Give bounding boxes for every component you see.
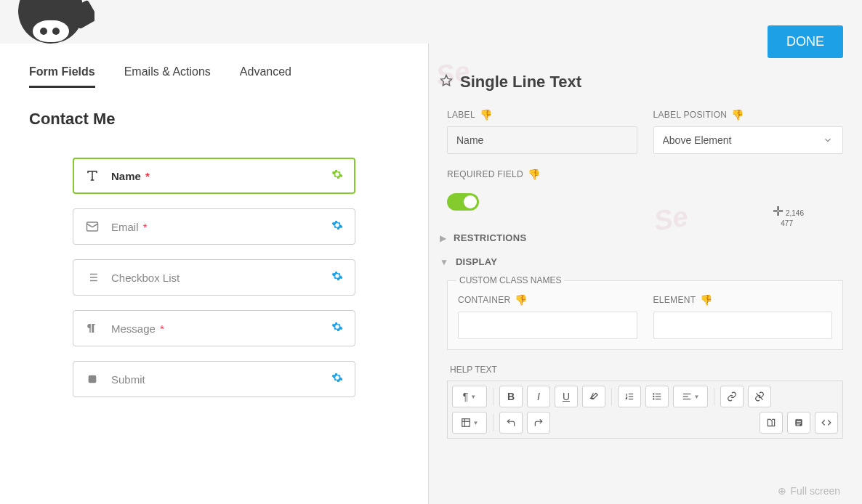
chevron-down-icon: ▼ bbox=[440, 257, 448, 267]
crosshair-icon: ✛ bbox=[773, 204, 784, 219]
field-settings-panel: DONE Single Line Text LABEL 👎 LABEL POSI… bbox=[440, 25, 843, 439]
svg-point-19 bbox=[653, 399, 654, 399]
field-label: Name * bbox=[111, 170, 331, 182]
code-view-button[interactable] bbox=[815, 412, 838, 434]
label-position-caption: LABEL POSITION 👎 bbox=[653, 109, 844, 121]
fields-list: Name *Email *Checkbox ListMessage *Submi… bbox=[29, 158, 399, 397]
svg-point-17 bbox=[653, 394, 654, 394]
app-logo bbox=[0, 0, 94, 45]
select-all-button[interactable] bbox=[787, 412, 810, 434]
required-star: * bbox=[143, 221, 148, 233]
rich-text-toolbar: ¶▼ B I U ▼ bbox=[447, 381, 843, 439]
element-class-caption: ELEMENT 👎 bbox=[653, 294, 833, 306]
restrictions-section-toggle[interactable]: ▶ RESTRICTIONS bbox=[440, 232, 843, 243]
unlink-button[interactable] bbox=[748, 386, 771, 407]
svg-rect-28 bbox=[797, 423, 801, 423]
field-item-name[interactable]: Name * bbox=[73, 158, 355, 194]
bold-button[interactable]: B bbox=[499, 386, 523, 407]
clear-format-button[interactable] bbox=[582, 386, 605, 407]
display-section-toggle[interactable]: ▼ DISPLAY bbox=[440, 256, 843, 267]
field-label: Message * bbox=[111, 322, 331, 335]
container-class-caption: CONTAINER 👎 bbox=[458, 294, 637, 306]
tab-advanced[interactable]: Advanced bbox=[240, 65, 291, 88]
container-class-input[interactable] bbox=[458, 312, 637, 339]
expand-icon: ⊕ bbox=[778, 485, 786, 497]
required-field-caption: REQUIRED FIELD 👎 bbox=[447, 168, 843, 180]
svg-rect-23 bbox=[462, 419, 470, 427]
gear-icon[interactable] bbox=[331, 321, 343, 336]
underline-button[interactable]: U bbox=[555, 386, 578, 407]
tab-form-fields[interactable]: Form Fields bbox=[29, 65, 95, 88]
square-icon bbox=[85, 373, 100, 385]
custom-class-legend: CUSTOM CLASS NAMES bbox=[456, 275, 564, 285]
gear-icon[interactable] bbox=[331, 372, 343, 386]
coordinate-crosshair: ✛ 2,146 477 bbox=[773, 203, 804, 227]
svg-marker-10 bbox=[441, 76, 452, 86]
label-input[interactable] bbox=[447, 126, 637, 154]
form-builder-panel: Form Fields Emails & Actions Advanced Co… bbox=[0, 44, 429, 504]
gear-icon[interactable] bbox=[331, 168, 343, 183]
svg-rect-9 bbox=[89, 375, 97, 383]
align-button[interactable]: ▼ bbox=[673, 386, 708, 407]
field-label: Checkbox List bbox=[111, 272, 331, 284]
field-item-message[interactable]: Message * bbox=[73, 310, 355, 346]
label-caption: LABEL 👎 bbox=[447, 109, 637, 121]
field-item-email[interactable]: Email * bbox=[73, 208, 355, 245]
merge-tags-button[interactable] bbox=[760, 412, 783, 434]
field-item-checkbox-list[interactable]: Checkbox List bbox=[73, 259, 355, 296]
chevron-right-icon: ▶ bbox=[440, 233, 446, 243]
gear-icon[interactable] bbox=[331, 219, 343, 234]
mail-icon bbox=[85, 220, 100, 233]
paragraph-format-button[interactable]: ¶▼ bbox=[452, 386, 487, 407]
field-label: Email * bbox=[111, 221, 331, 233]
thumbs-down-icon[interactable]: 👎 bbox=[515, 294, 527, 306]
thumbs-down-icon[interactable]: 👎 bbox=[528, 168, 540, 180]
required-star: * bbox=[145, 170, 150, 182]
gear-icon[interactable] bbox=[331, 270, 343, 285]
paragraph-icon bbox=[85, 322, 100, 335]
label-position-select[interactable] bbox=[653, 126, 844, 154]
tab-emails-actions[interactable]: Emails & Actions bbox=[124, 65, 211, 88]
fullscreen-button[interactable]: ⊕ Full screen bbox=[778, 485, 840, 497]
help-text-caption: HELP TEXT bbox=[450, 365, 843, 375]
svg-rect-27 bbox=[797, 421, 801, 422]
star-icon[interactable] bbox=[440, 74, 453, 90]
redo-button[interactable] bbox=[527, 412, 550, 434]
undo-button[interactable] bbox=[499, 412, 523, 434]
list-icon bbox=[85, 271, 100, 284]
settings-title: Single Line Text bbox=[460, 73, 581, 92]
svg-point-18 bbox=[653, 396, 654, 397]
field-item-submit[interactable]: Submit bbox=[73, 361, 355, 397]
required-star: * bbox=[160, 322, 164, 335]
svg-rect-29 bbox=[797, 424, 799, 425]
done-button[interactable]: DONE bbox=[768, 25, 843, 58]
builder-tabs: Form Fields Emails & Actions Advanced bbox=[29, 65, 399, 88]
unordered-list-button[interactable] bbox=[645, 386, 669, 407]
form-title[interactable]: Contact Me bbox=[29, 110, 399, 129]
link-button[interactable] bbox=[720, 386, 744, 407]
ordered-list-button[interactable] bbox=[618, 386, 641, 407]
thumbs-down-icon[interactable]: 👎 bbox=[731, 109, 744, 121]
required-field-toggle[interactable] bbox=[447, 193, 479, 211]
custom-class-fieldset: CUSTOM CLASS NAMES CONTAINER 👎 ELEMENT 👎 bbox=[447, 280, 843, 350]
field-label: Submit bbox=[111, 373, 331, 386]
thumbs-down-icon[interactable]: 👎 bbox=[700, 294, 712, 306]
element-class-input[interactable] bbox=[653, 312, 833, 339]
italic-button[interactable]: I bbox=[527, 386, 550, 407]
table-button[interactable]: ▼ bbox=[452, 412, 487, 434]
thumbs-down-icon[interactable]: 👎 bbox=[480, 109, 492, 121]
text-icon bbox=[85, 169, 100, 182]
